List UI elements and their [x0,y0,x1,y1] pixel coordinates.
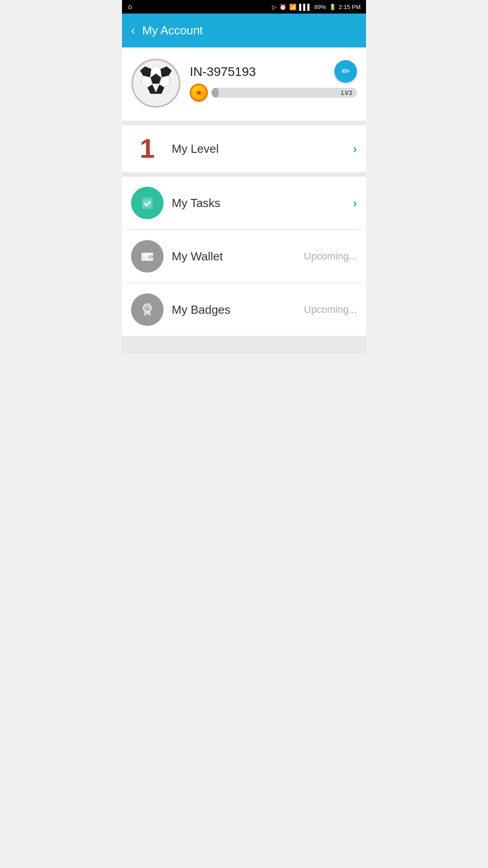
wallet-upcoming-label: Upcoming... [304,250,357,262]
svg-point-14 [150,256,152,258]
my-wallet-label: My Wallet [172,250,304,264]
user-id: IN-3975193 [190,65,357,79]
status-bar: ⊙ ▷ ⏰ 📶 ▌▌▌ 89% 🔋 2:15 PM [122,0,366,14]
header: ‹ My Account [122,14,366,47]
menu-section-2: My Tasks › My Wallet Upcoming... [122,177,366,336]
level-progress-bar: LV1 [211,88,357,98]
my-badges-label: My Badges [172,303,304,317]
battery-percent: 89% [314,4,326,10]
level-progress-fill [211,88,219,98]
menu-item-my-tasks[interactable]: My Tasks › [122,177,366,230]
page-title: My Account [142,24,203,38]
badges-icon-container [131,293,164,326]
status-left: ⊙ [127,4,132,10]
section-divider-2 [122,172,366,177]
bottom-area [122,336,366,354]
status-right: ▷ ⏰ 📶 ▌▌▌ 89% 🔋 2:15 PM [272,4,361,10]
level-number-icon: 1 [131,135,164,162]
tasks-icon-container [131,187,164,219]
battery-icon: 🔋 [329,4,336,10]
menu-item-my-badges[interactable]: My Badges Upcoming... [122,283,366,336]
record-icon: ⊙ [127,4,132,10]
signal-icon: ▌▌▌ [299,4,312,10]
badges-upcoming-label: Upcoming... [304,304,357,316]
menu-item-my-level[interactable]: 1 My Level › [122,125,366,172]
level-label: LV1 [341,89,352,96]
menu-item-my-wallet[interactable]: My Wallet Upcoming... [122,230,366,283]
section-divider [122,121,366,125]
level-bar: ★ LV1 [190,84,357,102]
back-button[interactable]: ‹ [131,24,135,38]
chevron-right-icon: › [353,142,357,156]
clock: 2:15 PM [339,4,361,10]
profile-info: IN-3975193 ★ LV1 [190,65,357,102]
pencil-icon: ✏ [342,66,350,77]
alarm-icon: ⏰ [279,4,286,10]
svg-marker-16 [144,311,151,316]
avatar[interactable] [131,58,181,108]
my-level-label: My Level [172,142,353,156]
edit-profile-button[interactable]: ✏ [334,60,357,83]
my-tasks-label: My Tasks [172,196,353,210]
level-badge: ★ [190,84,208,102]
svg-rect-12 [141,253,153,255]
profile-section: IN-3975193 ★ LV1 ✏ [122,47,366,121]
wallet-icon-container [131,240,164,273]
menu-section: 1 My Level › [122,125,366,172]
badge-star-icon: ★ [195,88,202,98]
media-icon: ▷ [272,4,277,10]
tasks-chevron-icon: › [353,196,357,210]
wifi-icon: 📶 [289,4,296,10]
